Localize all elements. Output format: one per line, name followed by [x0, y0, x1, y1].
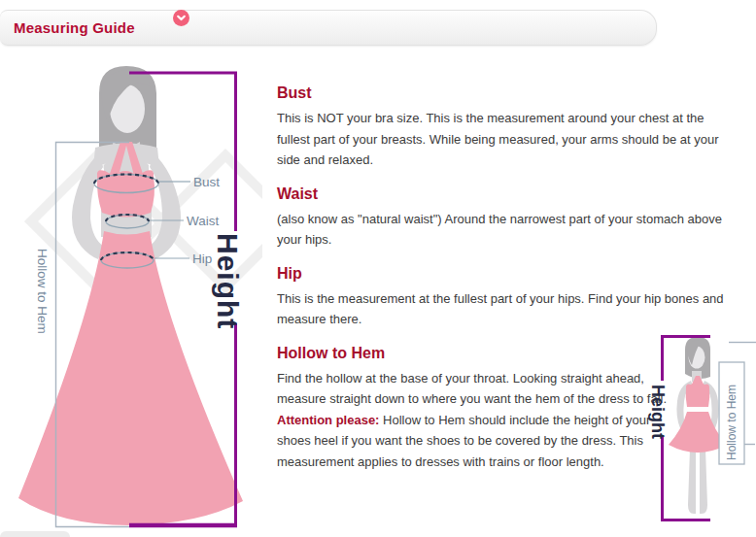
- collapse-toggle-button[interactable]: [173, 10, 189, 26]
- measuring-guide-header: Measuring Guide: [0, 10, 657, 46]
- bust-label: Bust: [193, 175, 220, 189]
- waist-heading: Waist: [277, 185, 729, 203]
- height-label: Height: [212, 233, 244, 329]
- cutoff-element-bottom-left: [0, 531, 70, 537]
- cutoff-text-bottom-center: [481, 530, 549, 537]
- measuring-diagram-main: Bust Waist Hip Hollow to Hem Height: [0, 53, 262, 537]
- small-height-label: Height: [648, 385, 668, 439]
- hip-description: This is the measurement at the fullest p…: [277, 288, 729, 330]
- hip-label: Hip: [192, 252, 212, 266]
- small-dress-skirt: [669, 412, 727, 453]
- waist-description: (also know as "natural waist") Around th…: [277, 209, 729, 251]
- bust-description: This is NOT your bra size. This is the m…: [277, 108, 729, 171]
- bust-heading: Bust: [277, 84, 729, 102]
- chevron-down-icon: [176, 13, 187, 23]
- hollow-to-hem-label: Hollow to Hem: [35, 249, 50, 334]
- waist-label: Waist: [187, 214, 219, 228]
- measuring-diagram-small: Hollow to Hem Height: [637, 325, 756, 537]
- small-legs: [688, 449, 707, 514]
- hip-heading: Hip: [277, 264, 729, 283]
- hollow-to-hem-intro: Find the hollow at the base of your thro…: [277, 371, 667, 407]
- small-hollow-to-hem-box: Hollow to Hem: [719, 362, 744, 464]
- page-title: Measuring Guide: [14, 19, 135, 36]
- small-hollow-to-hem-label: Hollow to Hem: [725, 385, 739, 460]
- attention-label: Attention please:: [277, 413, 379, 427]
- small-model-figure: [669, 337, 727, 514]
- small-dress-bodice: [686, 382, 710, 407]
